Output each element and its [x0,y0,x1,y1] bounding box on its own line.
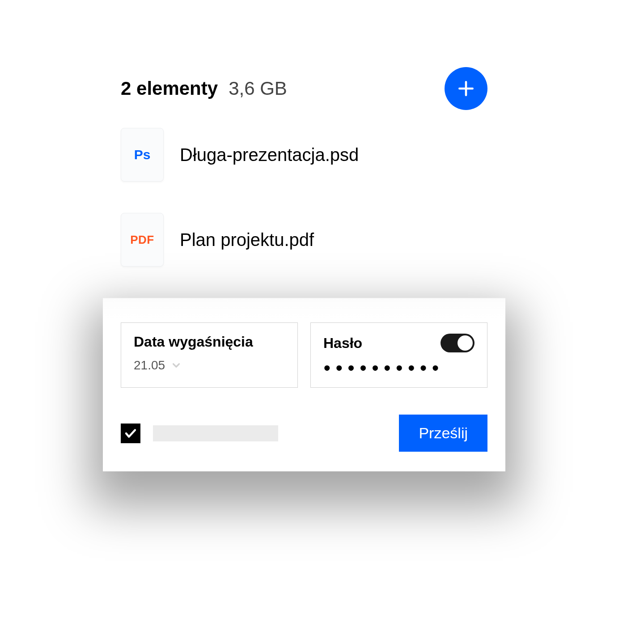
plus-icon [456,79,476,98]
upload-panel: 2 elementy 3,6 GB Ps Długa-prezentacja.p… [103,58,505,471]
bottom-row: Prześlij [121,415,487,452]
bottom-left [121,424,278,443]
panel-header: 2 elementy 3,6 GB [103,58,505,128]
expiration-label: Data wygaśnięcia [134,334,253,350]
footer-panel: Data wygaśnięcia 21.05 Hasło ●●●●●●●●●● [103,298,505,471]
pdf-icon: PDF [130,233,154,247]
chevron-down-icon [170,360,182,371]
expiration-value: 21.05 [134,358,165,373]
file-name: Plan projektu.pdf [180,230,314,250]
add-button[interactable] [445,67,487,110]
expiration-value-row[interactable]: 21.05 [134,358,285,373]
expiration-header: Data wygaśnięcia [134,334,285,350]
ps-icon: Ps [134,147,151,162]
file-icon-psd: Ps [121,128,164,182]
password-masked: ●●●●●●●●●● [323,360,475,375]
placeholder-bar [153,425,278,441]
password-header: Hasło [323,334,475,352]
item-count: 2 elementy [121,78,218,99]
file-name: Długa-prezentacja.psd [180,145,359,165]
file-item[interactable]: Ps Długa-prezentacja.psd [121,128,487,182]
options-row: Data wygaśnięcia 21.05 Hasło ●●●●●●●●●● [121,322,487,388]
total-size: 3,6 GB [229,78,287,99]
check-icon [124,427,137,440]
file-list: Ps Długa-prezentacja.psd PDF Plan projek… [103,128,505,267]
submit-button[interactable]: Prześlij [399,415,487,452]
password-label: Hasło [323,335,362,352]
agree-checkbox[interactable] [121,424,140,443]
header-text: 2 elementy 3,6 GB [121,78,287,99]
password-toggle[interactable] [441,334,475,352]
toggle-knob [458,335,473,351]
password-box: Hasło ●●●●●●●●●● [310,322,487,388]
file-item[interactable]: PDF Plan projektu.pdf [121,213,487,267]
expiration-box[interactable]: Data wygaśnięcia 21.05 [121,322,298,388]
file-icon-pdf: PDF [121,213,164,267]
